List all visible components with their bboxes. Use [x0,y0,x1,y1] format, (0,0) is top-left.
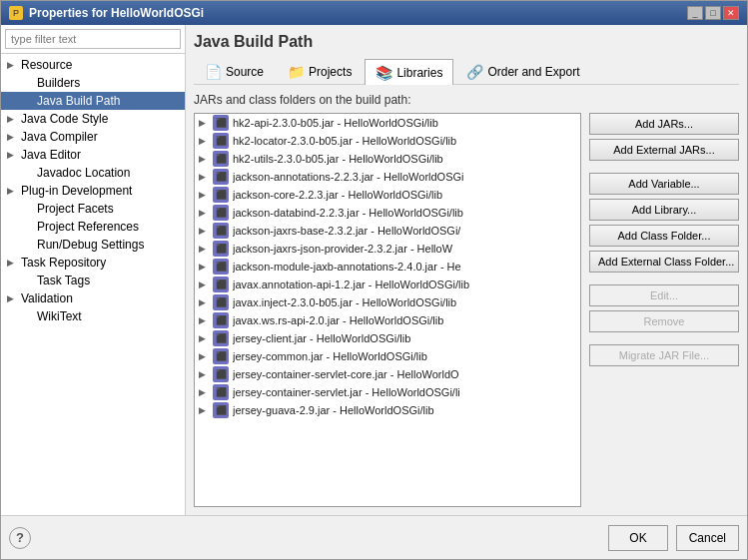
add-jars-button[interactable]: Add JARs... [589,113,739,135]
jar-label: jackson-databind-2.2.3.jar - HelloWorldO… [233,207,463,219]
jar-list-item[interactable]: ▶⬛hk2-api-2.3.0-b05.jar - HelloWorldOSGi… [195,114,580,132]
jar-label: jersey-container-servlet.jar - HelloWorl… [233,386,460,398]
sidebar-item-java-code-style[interactable]: ▶Java Code Style [1,110,185,128]
sidebar-item-label: Javadoc Location [37,166,130,180]
jar-list-item[interactable]: ▶⬛jackson-databind-2.2.3.jar - HelloWorl… [195,204,580,222]
filter-input[interactable] [5,29,181,49]
add-class-folder-button[interactable]: Add Class Folder... [589,225,739,247]
sidebar-item-label: Java Code Style [21,112,108,126]
jar-file-icon: ⬛ [213,348,229,364]
jar-label: jackson-module-jaxb-annotations-2.4.0.ja… [233,261,461,273]
sidebar-item-plugin-development[interactable]: ▶Plug-in Development [1,182,185,200]
window-title: Properties for HelloWorldOSGi [29,6,204,20]
minimize-button[interactable]: _ [687,6,703,20]
jar-expand-icon: ▶ [199,136,209,146]
jar-list-item[interactable]: ▶⬛jackson-core-2.2.3.jar - HelloWorldOSG… [195,186,580,204]
tab-projects[interactable]: 📁Projects [277,59,363,84]
panel-title: Java Build Path [194,33,739,51]
jar-list-item[interactable]: ▶⬛jackson-module-jaxb-annotations-2.4.0.… [195,258,580,276]
jar-expand-icon: ▶ [199,369,209,379]
help-button[interactable]: ? [9,527,31,549]
edit-button: Edit... [589,284,739,306]
jar-file-icon: ⬛ [213,169,229,185]
sidebar-item-label: Java Compiler [21,130,98,144]
jar-list-item[interactable]: ▶⬛javax.annotation-api-1.2.jar - HelloWo… [195,276,580,293]
projects-tab-icon: 📁 [288,64,305,80]
right-panel: Java Build Path 📄Source📁Projects📚Librari… [186,25,747,515]
jar-file-icon: ⬛ [213,151,229,167]
sidebar-item-label: WikiText [37,309,82,323]
ok-button[interactable]: OK [608,525,667,551]
main-content: ▶ResourceBuildersJava Build Path▶Java Co… [1,25,747,515]
jar-list-item[interactable]: ▶⬛jackson-jaxrs-json-provider-2.3.2.jar … [195,240,580,258]
window-icon: P [9,6,23,20]
sidebar-item-validation[interactable]: ▶Validation [1,289,185,307]
sidebar: ▶ResourceBuildersJava Build Path▶Java Co… [1,25,186,515]
jar-label: javax.inject-2.3.0-b05.jar - HelloWorldO… [233,296,456,308]
jar-list-item[interactable]: ▶⬛jersey-guava-2.9.jar - HelloWorldOSGi/… [195,401,580,419]
jar-list-item[interactable]: ▶⬛jersey-client.jar - HelloWorldOSGi/lib [195,329,580,347]
close-button[interactable]: ✕ [723,6,739,20]
sidebar-item-label: Validation [21,291,73,305]
jar-section: ▶⬛hk2-api-2.3.0-b05.jar - HelloWorldOSGi… [194,113,739,507]
jar-list-item[interactable]: ▶⬛jersey-common.jar - HelloWorldOSGi/lib [195,347,580,365]
sidebar-item-label: Java Build Path [37,94,120,108]
jar-file-icon: ⬛ [213,312,229,328]
sidebar-item-javadoc-location[interactable]: Javadoc Location [1,164,185,182]
sidebar-item-java-editor[interactable]: ▶Java Editor [1,146,185,164]
source-tab-label: Source [226,65,264,79]
expand-arrow-icon: ▶ [7,60,17,70]
jar-list-item[interactable]: ▶⬛jackson-annotations-2.2.3.jar - HelloW… [195,168,580,186]
sidebar-item-resource[interactable]: ▶Resource [1,56,185,74]
jar-list-item[interactable]: ▶⬛jersey-container-servlet-core.jar - He… [195,365,580,383]
jar-file-icon: ⬛ [213,115,229,131]
jar-expand-icon: ▶ [199,208,209,218]
sidebar-item-task-repository[interactable]: ▶Task Repository [1,254,185,272]
sidebar-item-label: Task Tags [37,274,90,287]
sidebar-item-task-tags[interactable]: Task Tags [1,272,185,289]
jar-list-item[interactable]: ▶⬛hk2-utils-2.3.0-b05.jar - HelloWorldOS… [195,150,580,168]
jar-list-item[interactable]: ▶⬛jackson-jaxrs-base-2.3.2.jar - HelloWo… [195,222,580,240]
tab-source[interactable]: 📄Source [194,59,275,84]
add-external-class-folder-button[interactable]: Add External Class Folder... [589,251,739,273]
jar-file-icon: ⬛ [213,330,229,346]
libraries-tab-icon: 📚 [375,65,392,81]
sidebar-item-wikitext[interactable]: WikiText [1,307,185,325]
jar-expand-icon: ▶ [199,333,209,343]
projects-tab-label: Projects [309,65,352,79]
sidebar-item-project-references[interactable]: Project References [1,218,185,236]
jar-list-item[interactable]: ▶⬛javax.ws.rs-api-2.0.jar - HelloWorldOS… [195,311,580,329]
add-variable-button[interactable]: Add Variable... [589,173,739,195]
tab-order-export[interactable]: 🔗Order and Export [455,59,590,84]
sidebar-item-java-build-path[interactable]: Java Build Path [1,92,185,110]
filter-wrapper [1,25,185,54]
properties-dialog: P Properties for HelloWorldOSGi _ □ ✕ ▶R… [0,0,748,560]
tab-libraries[interactable]: 📚Libraries [365,59,453,85]
cancel-button[interactable]: Cancel [676,525,739,551]
jar-label: jackson-jaxrs-base-2.3.2.jar - HelloWorl… [233,225,460,237]
jar-expand-icon: ▶ [199,405,209,415]
sidebar-item-java-compiler[interactable]: ▶Java Compiler [1,128,185,146]
jar-label: javax.ws.rs-api-2.0.jar - HelloWorldOSGi… [233,314,443,326]
add-external-jars-button[interactable]: Add External JARs... [589,139,739,161]
maximize-button[interactable]: □ [705,6,721,20]
jar-list-item[interactable]: ▶⬛hk2-locator-2.3.0-b05.jar - HelloWorld… [195,132,580,150]
title-bar: P Properties for HelloWorldOSGi _ □ ✕ [1,1,747,25]
sidebar-item-project-facets[interactable]: Project Facets [1,200,185,218]
sidebar-item-builders[interactable]: Builders [1,74,185,92]
add-library-button[interactable]: Add Library... [589,199,739,221]
sidebar-item-run-debug-settings[interactable]: Run/Debug Settings [1,236,185,254]
jar-list-item[interactable]: ▶⬛javax.inject-2.3.0-b05.jar - HelloWorl… [195,293,580,311]
jar-expand-icon: ▶ [199,244,209,254]
window-controls: _ □ ✕ [687,6,739,20]
jar-list[interactable]: ▶⬛hk2-api-2.3.0-b05.jar - HelloWorldOSGi… [194,113,581,507]
expand-arrow-icon: ▶ [7,150,17,160]
jar-list-item[interactable]: ▶⬛jersey-container-servlet.jar - HelloWo… [195,383,580,401]
expand-arrow-icon: ▶ [7,132,17,142]
jar-label: jackson-core-2.2.3.jar - HelloWorldOSGi/… [233,189,442,201]
panel-description: JARs and class folders on the build path… [194,93,739,107]
jar-expand-icon: ▶ [199,172,209,182]
jar-label: hk2-api-2.3.0-b05.jar - HelloWorldOSGi/l… [233,117,438,129]
jar-expand-icon: ▶ [199,226,209,236]
sidebar-item-label: Builders [37,76,80,90]
